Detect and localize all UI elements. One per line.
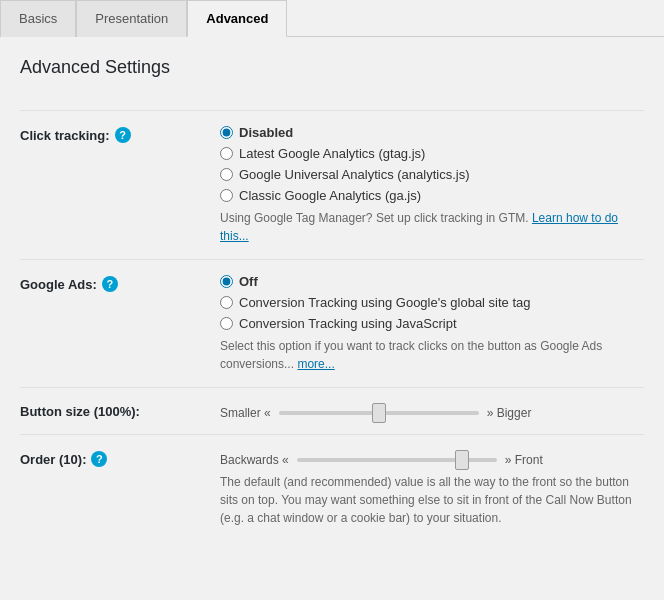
- google-ads-more-link[interactable]: more...: [297, 357, 334, 371]
- button-size-slider-row: Smaller « » Bigger: [220, 406, 644, 420]
- button-size-right-label: » Bigger: [487, 406, 532, 420]
- google-ads-controls: Off Conversion Tracking using Google's g…: [220, 274, 644, 373]
- radio-item-off[interactable]: Off: [220, 274, 644, 289]
- button-size-label: Button size (100%):: [20, 402, 220, 419]
- radio-item-classic[interactable]: Classic Google Analytics (ga.js): [220, 188, 644, 203]
- page-title: Advanced Settings: [20, 57, 644, 90]
- radio-classic-label: Classic Google Analytics (ga.js): [239, 188, 421, 203]
- order-row: Order (10): ? Backwards « » Front The de…: [20, 434, 644, 541]
- click-tracking-hint: Using Google Tag Manager? Set up click t…: [220, 209, 644, 245]
- radio-item-analytics[interactable]: Google Universal Analytics (analytics.js…: [220, 167, 644, 182]
- tab-basics[interactable]: Basics: [0, 0, 76, 37]
- google-ads-row: Google Ads: ? Off Conversion Tracking us…: [20, 259, 644, 387]
- button-size-left-label: Smaller «: [220, 406, 271, 420]
- click-tracking-row: Click tracking: ? Disabled Latest Google…: [20, 110, 644, 259]
- click-tracking-radio-group: Disabled Latest Google Analytics (gtag.j…: [220, 125, 644, 203]
- button-size-controls: Smaller « » Bigger: [220, 402, 644, 420]
- order-help-icon[interactable]: ?: [91, 451, 107, 467]
- radio-off-label: Off: [239, 274, 258, 289]
- click-tracking-help-icon[interactable]: ?: [115, 127, 131, 143]
- radio-analytics[interactable]: [220, 168, 233, 181]
- order-label: Order (10): ?: [20, 449, 220, 467]
- tab-bar: Basics Presentation Advanced: [0, 0, 664, 37]
- radio-global-tag[interactable]: [220, 296, 233, 309]
- click-tracking-label: Click tracking: ?: [20, 125, 220, 143]
- radio-analytics-label: Google Universal Analytics (analytics.js…: [239, 167, 469, 182]
- radio-off[interactable]: [220, 275, 233, 288]
- radio-gtag[interactable]: [220, 147, 233, 160]
- google-ads-label: Google Ads: ?: [20, 274, 220, 292]
- radio-classic[interactable]: [220, 189, 233, 202]
- radio-item-disabled[interactable]: Disabled: [220, 125, 644, 140]
- content-area: Advanced Settings Click tracking: ? Disa…: [0, 37, 664, 561]
- order-hint: The default (and recommended) value is a…: [220, 473, 644, 527]
- radio-disabled-label: Disabled: [239, 125, 293, 140]
- button-size-slider[interactable]: [279, 411, 479, 415]
- order-slider-row: Backwards « » Front: [220, 453, 644, 467]
- google-ads-hint: Select this option if you want to track …: [220, 337, 644, 373]
- google-ads-hint-text: Select this option if you want to track …: [220, 339, 602, 371]
- radio-js-tracking[interactable]: [220, 317, 233, 330]
- radio-item-global-tag[interactable]: Conversion Tracking using Google's globa…: [220, 295, 644, 310]
- order-left-label: Backwards «: [220, 453, 289, 467]
- google-ads-help-icon[interactable]: ?: [102, 276, 118, 292]
- order-slider[interactable]: [297, 458, 497, 462]
- order-controls: Backwards « » Front The default (and rec…: [220, 449, 644, 527]
- google-ads-radio-group: Off Conversion Tracking using Google's g…: [220, 274, 644, 331]
- tab-presentation[interactable]: Presentation: [76, 0, 187, 37]
- button-size-row: Button size (100%): Smaller « » Bigger: [20, 387, 644, 434]
- order-right-label: » Front: [505, 453, 543, 467]
- click-tracking-controls: Disabled Latest Google Analytics (gtag.j…: [220, 125, 644, 245]
- radio-global-tag-label: Conversion Tracking using Google's globa…: [239, 295, 531, 310]
- radio-item-js-tracking[interactable]: Conversion Tracking using JavaScript: [220, 316, 644, 331]
- radio-gtag-label: Latest Google Analytics (gtag.js): [239, 146, 425, 161]
- radio-disabled[interactable]: [220, 126, 233, 139]
- radio-js-tracking-label: Conversion Tracking using JavaScript: [239, 316, 457, 331]
- radio-item-gtag[interactable]: Latest Google Analytics (gtag.js): [220, 146, 644, 161]
- tab-advanced[interactable]: Advanced: [187, 0, 287, 37]
